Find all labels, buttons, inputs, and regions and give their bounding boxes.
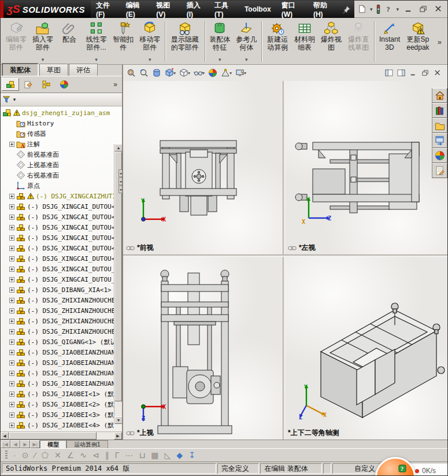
corner-rectangle-icon[interactable]: Γ — [115, 451, 120, 459]
tree-horizontal-scrollbar[interactable]: ◀ ▶ — [1, 431, 122, 440]
menu-item-5[interactable]: Toolbox — [239, 5, 276, 13]
quick-tips-icon[interactable]: ? — [398, 464, 406, 473]
dropdown-caret-icon[interactable]: ▾ — [42, 57, 45, 64]
cmd-exploded-view-button[interactable]: 爆炸视图 — [318, 19, 345, 64]
tree-item-11[interactable]: (-) DSJG_XINGCAI_DUTOU< — [2, 233, 114, 243]
tree-item-1[interactable]: 传感器 — [2, 128, 114, 139]
cmd-instant3d-button[interactable]: Instant3D — [376, 19, 403, 64]
polygon-icon[interactable]: ⬠ — [42, 451, 49, 459]
tree-item-7[interactable]: (-) DSJG_XINGCAIZHUTI — [2, 191, 114, 201]
scroll-up-button[interactable]: ▲ — [114, 144, 122, 152]
motion-nav-button-2[interactable]: ▶ — [20, 440, 30, 448]
expand-icon[interactable] — [9, 392, 14, 397]
point-icon[interactable]: · — [13, 451, 16, 459]
expand-icon[interactable] — [9, 308, 14, 313]
expand-icon[interactable] — [9, 215, 14, 220]
new-document-icon[interactable] — [358, 5, 366, 13]
doc-restore-button[interactable] — [421, 69, 430, 76]
doc-minimize-button[interactable] — [409, 69, 417, 76]
scroll-down-button[interactable]: ▼ — [114, 416, 122, 424]
dropdown-caret-icon[interactable]: ▾ — [149, 57, 151, 64]
tree-item-23[interactable]: (-) DSJG_JIAOBEIANZHUAN — [2, 357, 114, 368]
taskpane-custom-properties-tab[interactable] — [432, 163, 447, 178]
menu-item-7[interactable]: 帮助(H) — [308, 1, 339, 19]
tree-item-15[interactable]: (-) DSJG_XINGCAI_DUTOU_ — [2, 274, 114, 285]
tree-item-14[interactable]: (-) DSJG_XINGCAI_DUTOU_ — [2, 264, 114, 274]
section-view-button[interactable] — [152, 68, 161, 78]
cmd-assembly-features-button[interactable]: 装配体特征▾ — [206, 19, 233, 64]
scroll-left-button[interactable]: ◀ — [1, 432, 9, 440]
expand-icon[interactable] — [9, 412, 14, 418]
expand-icon[interactable] — [9, 329, 14, 334]
cmd-motion-study-button[interactable]: 新建运动算例 — [264, 19, 291, 64]
expand-icon[interactable] — [9, 225, 14, 230]
expand-icon[interactable] — [9, 340, 14, 345]
viewport-top[interactable]: XZ *上视 — [123, 257, 283, 440]
dropdown-caret-icon[interactable]: ▾ — [219, 57, 221, 64]
doc-close-button[interactable] — [434, 69, 442, 76]
status-light-icon[interactable] — [376, 4, 381, 14]
expand-icon[interactable] — [9, 246, 14, 251]
tree-item-20[interactable]: (-) DSJG_ZHIXIANZHOUCHE — [2, 326, 114, 337]
tree-item-26[interactable]: (-) DSJG_JIAOBEI<1> (默 — [2, 389, 114, 399]
zoom-fit-button[interactable] — [127, 68, 136, 78]
circle-icon[interactable]: ⊙ — [22, 451, 29, 459]
tree-item-9[interactable]: (-) DSJG_XINGCAI_DUTOU< — [2, 212, 114, 222]
pin-icon[interactable] — [339, 1, 354, 18]
viewport-isometric[interactable]: YXZ *上下二等角轴测 — [285, 257, 447, 440]
expand-icon[interactable] — [9, 256, 14, 261]
cmd-reference-geometry-button[interactable]: 参考几何体▾ — [233, 19, 260, 64]
panel-collapse-arrow-1[interactable]: ◂ — [119, 178, 123, 185]
expand-icon[interactable] — [9, 423, 14, 428]
linear-sketch-pattern-icon[interactable]: ∥ — [105, 451, 109, 459]
taskpane-design-library-tab[interactable] — [432, 103, 447, 118]
pane-right-icon[interactable] — [397, 69, 405, 76]
pane-left-icon[interactable] — [385, 69, 393, 76]
tree-item-0[interactable]: History — [2, 118, 114, 128]
menu-item-1[interactable]: 编辑(E) — [121, 1, 151, 19]
view-orientation-button[interactable]: ▾ — [165, 68, 176, 78]
expand-icon[interactable] — [9, 319, 14, 324]
tree-item-8[interactable]: (-) DSJG_XINGCAI_DUTOU< — [2, 201, 114, 212]
cmd-move-component-button[interactable]: 移动零部件▾ — [136, 19, 163, 64]
convert-entities-icon[interactable]: ⋯ — [125, 451, 133, 459]
scroll-thumb-horizontal[interactable] — [9, 432, 97, 440]
view-settings-button[interactable]: ▾ — [235, 68, 246, 78]
taskpane-file-explorer-tab[interactable] — [432, 118, 447, 133]
display-style-button[interactable]: ▾ — [179, 68, 190, 78]
expand-icon[interactable] — [9, 402, 14, 407]
cmd-show-hidden-button[interactable]: 显示隐藏的零部件 — [167, 19, 203, 64]
taskpane-solidworks-resources-tab[interactable] — [432, 88, 447, 103]
dropdown-caret-icon[interactable]: ▾ — [95, 57, 98, 64]
ribbon-tab-0[interactable]: 装配体 — [2, 63, 39, 76]
tree-item-25[interactable]: (-) DSJG_JIAOBEIANZHUAN — [2, 378, 114, 389]
spline-icon[interactable]: ∿ — [80, 451, 87, 459]
edit-appearance-button[interactable] — [208, 68, 217, 78]
tree-item-2[interactable]: A注解 — [2, 139, 114, 149]
tree-item-24[interactable]: (-) DSJG_JIAOBEIANZHUAN — [2, 368, 114, 378]
ribbon-tab-1[interactable]: 草图 — [39, 64, 68, 76]
menu-item-4[interactable]: 工具(T) — [209, 1, 239, 19]
expand-icon[interactable] — [9, 381, 14, 386]
motion-nav-button-1[interactable]: ◀ — [10, 440, 20, 448]
fm-overflow-button[interactable]: » — [110, 80, 121, 88]
menu-item-3[interactable]: 插入(I) — [182, 1, 209, 19]
filter-funnel-icon[interactable] — [2, 95, 10, 104]
zoom-area-button[interactable] — [139, 68, 149, 78]
ribbon-tab-2[interactable]: 评估 — [69, 64, 98, 76]
dropdown-caret-icon[interactable]: ▾ — [173, 71, 176, 76]
dropdown-caret-icon[interactable]: ▾ — [245, 57, 248, 64]
expand-icon[interactable] — [9, 142, 14, 147]
taskpane-view-palette-tab[interactable] — [432, 133, 447, 148]
tree-item-16[interactable]: (-) DSJG_DIBANG_XIA<1> — [2, 285, 114, 295]
motion-nav-button-3[interactable]: ▶| — [30, 440, 40, 448]
tree-root-item[interactable]: dsjg_zhengti_zujian_asm — [2, 108, 114, 118]
help-icon[interactable]: ? — [384, 5, 393, 13]
menu-item-0[interactable]: 文件(F) — [91, 1, 121, 19]
tree-item-27[interactable]: (-) DSJG_JIAOBEI<2> (默 — [2, 399, 114, 409]
tree-item-6[interactable]: 原点 — [2, 180, 114, 191]
apply-scene-button[interactable]: ▾ — [221, 68, 232, 78]
make-block-icon[interactable]: ◺ — [165, 451, 171, 459]
feature-manager-tab[interactable] — [2, 78, 19, 91]
expand-icon[interactable] — [9, 360, 14, 366]
